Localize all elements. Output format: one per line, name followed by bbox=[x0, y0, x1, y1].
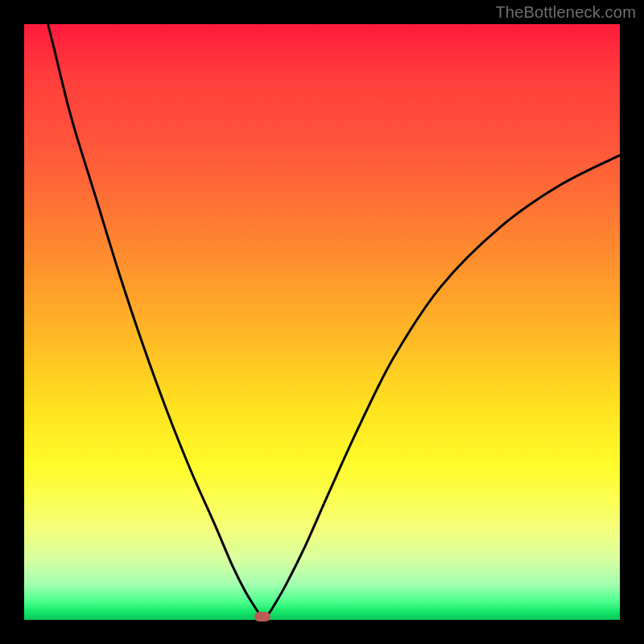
curve-path bbox=[48, 24, 620, 617]
bottleneck-curve bbox=[24, 24, 620, 620]
chart-frame: TheBottleneck.com bbox=[0, 0, 644, 644]
watermark-text: TheBottleneck.com bbox=[495, 3, 636, 22]
plot-area bbox=[24, 24, 620, 620]
minimum-marker bbox=[254, 612, 270, 621]
